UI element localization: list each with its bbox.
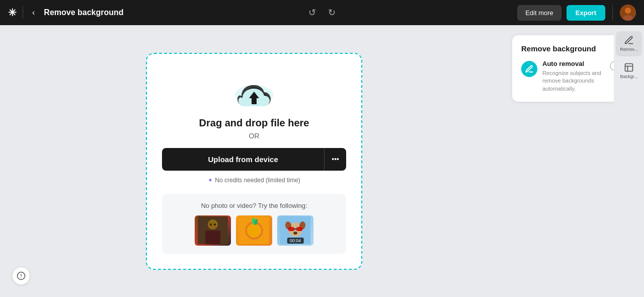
sample-image-person[interactable] bbox=[195, 215, 231, 246]
svg-rect-22 bbox=[296, 227, 302, 231]
svg-point-1 bbox=[625, 8, 631, 14]
page-title: Remove background bbox=[44, 8, 511, 17]
header-actions: Edit more Export bbox=[517, 5, 636, 21]
svg-point-24 bbox=[293, 232, 297, 235]
auto-removal-icon bbox=[521, 61, 537, 77]
credits-icon: ✦ bbox=[208, 177, 213, 184]
avatar bbox=[620, 5, 636, 21]
svg-rect-28 bbox=[625, 63, 633, 71]
canvas-area: Drag and drop file here OR Upload from d… bbox=[0, 25, 508, 297]
upload-more-options-button[interactable]: ••• bbox=[324, 148, 346, 171]
upload-button-row: Upload from device ••• bbox=[162, 148, 346, 171]
auto-removal-content: Auto removal Recognize subjects and remo… bbox=[542, 60, 605, 93]
cloud-upload-icon bbox=[231, 74, 277, 109]
auto-removal-description: Recognize subjects and remove background… bbox=[542, 69, 605, 93]
remove-icon bbox=[624, 35, 634, 45]
panel-card-title: Remove background bbox=[521, 44, 628, 53]
right-toolbar: Remov... Backgr... bbox=[614, 25, 644, 297]
sample-section-label: No photo or video? Try the following: bbox=[172, 202, 336, 209]
svg-point-7 bbox=[208, 219, 218, 230]
main-content: Drag and drop file here OR Upload from d… bbox=[0, 25, 644, 297]
right-panel: Remove background Auto removal Recognize… bbox=[508, 25, 644, 297]
sample-section: No photo or video? Try the following: bbox=[162, 194, 346, 254]
credits-text: No credits needed (limited time) bbox=[215, 177, 300, 184]
back-button[interactable]: ‹ bbox=[29, 6, 38, 19]
video-duration-badge: 00:04 bbox=[287, 238, 304, 244]
or-text: OR bbox=[249, 132, 260, 140]
sample-image-dog[interactable]: 00:04 bbox=[277, 215, 313, 246]
drag-drop-text: Drag and drop file here bbox=[199, 117, 309, 129]
toolbar-item-background[interactable]: Backgr... bbox=[616, 58, 642, 84]
svg-rect-9 bbox=[210, 224, 212, 226]
svg-point-14 bbox=[247, 224, 261, 238]
sample-image-fruit[interactable] bbox=[236, 215, 272, 246]
undo-button[interactable]: ↺ bbox=[306, 5, 318, 20]
toolbar-label-background: Backgr... bbox=[620, 74, 637, 80]
auto-removal-title: Auto removal bbox=[542, 60, 605, 67]
edit-more-button[interactable]: Edit more bbox=[517, 5, 561, 21]
redo-button[interactable]: ↻ bbox=[326, 5, 338, 20]
sample-images-row: 00:04 bbox=[172, 215, 336, 246]
background-icon bbox=[624, 62, 634, 72]
svg-rect-11 bbox=[210, 227, 216, 228]
auto-removal-row: Auto removal Recognize subjects and remo… bbox=[521, 60, 628, 93]
upload-card: Drag and drop file here OR Upload from d… bbox=[146, 53, 362, 270]
header-divider-2 bbox=[612, 5, 613, 20]
toolbar-item-remove[interactable]: Remov... bbox=[616, 31, 642, 56]
upload-from-device-button[interactable]: Upload from device bbox=[162, 148, 324, 171]
toolbar-label-remove: Remov... bbox=[620, 47, 637, 52]
svg-rect-23 bbox=[294, 229, 296, 230]
lightbulb-button[interactable] bbox=[12, 267, 30, 285]
svg-rect-8 bbox=[205, 231, 220, 244]
header-divider-1 bbox=[23, 7, 23, 19]
app-header: ✳ ‹ Remove background ↺ ↻ Edit more Expo… bbox=[0, 0, 644, 25]
credits-notice: ✦ No credits needed (limited time) bbox=[208, 177, 300, 184]
app-logo: ✳ bbox=[8, 7, 17, 19]
export-button[interactable]: Export bbox=[567, 5, 605, 21]
svg-rect-21 bbox=[288, 227, 294, 231]
header-center-controls: ↺ ↻ bbox=[306, 5, 338, 20]
svg-rect-10 bbox=[214, 224, 216, 226]
